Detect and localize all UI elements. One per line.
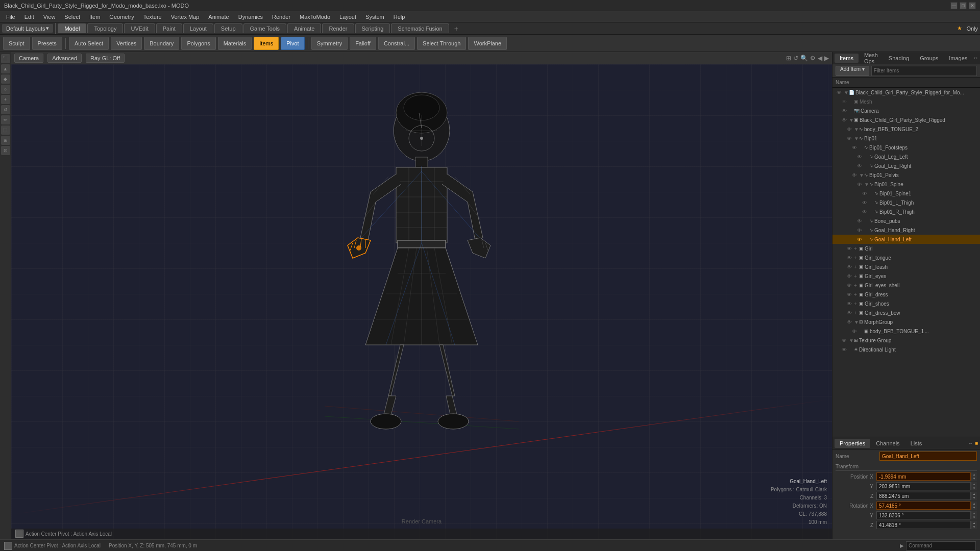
sidebar-icon-6[interactable]: ↺ (1, 105, 10, 114)
sidebar-icon-2[interactable]: ▲ (1, 64, 10, 73)
maximize-button[interactable]: □ (960, 2, 967, 9)
vp-icon-6[interactable]: ▶ (824, 55, 829, 62)
select-through-button[interactable]: Select Through (417, 37, 466, 50)
rot-y-spinner[interactable]: ▲ ▼ (971, 511, 977, 519)
tree-item-bone-pubs[interactable]: 👁 ∿ Bone_pubs (832, 216, 980, 226)
tree-item-pelvis[interactable]: 👁 ▼ ∿ Bip01_Pelvis (832, 170, 980, 180)
tree-item-body-bfb[interactable]: 👁 ▼ ∿ body_BFB_TONGUE_2 (832, 124, 980, 134)
tree-item-rigged[interactable]: 👁 ▼ ▣ Black_Child_Girl_Party_Style_Rigge… (832, 115, 980, 124)
rot-z-input[interactable]: 41.4818 ° (876, 521, 971, 529)
items-list[interactable]: 👁 ▼ 📄 Black_Child_Girl_Party_Style_Rigge… (832, 88, 980, 437)
menu-layout[interactable]: Layout (335, 13, 360, 21)
tab-uvedit[interactable]: UVEdit (124, 23, 155, 33)
vertices-button[interactable]: Vertices (111, 37, 142, 50)
tab-animate[interactable]: Animate (287, 23, 321, 33)
pivot-button[interactable]: Pivot (281, 37, 304, 50)
prop-tab-lists[interactable]: Lists (905, 439, 927, 448)
tree-item-goal-leg-left[interactable]: 👁 ∿ Goal_Leg_Left (832, 152, 980, 161)
sidebar-icon-7[interactable]: ✏ (1, 115, 10, 124)
tree-item-root[interactable]: 👁 ▼ 📄 Black_Child_Girl_Party_Style_Rigge… (832, 88, 980, 97)
menu-animate[interactable]: Animate (204, 13, 233, 21)
tree-item-girl-eyes[interactable]: 👁 + ▣ Girl_eyes (832, 271, 980, 281)
ray-gl-btn[interactable]: Ray GL: Off (86, 54, 125, 63)
falloff-button[interactable]: Falloff (350, 37, 376, 50)
rot-y-spin-down[interactable]: ▼ (971, 515, 977, 519)
pos-z-input[interactable]: 888.2475 um (876, 492, 971, 500)
tab-setup[interactable]: Setup (214, 23, 242, 33)
tree-item-spine1[interactable]: 👁 ∿ Bip01_Spine1 (832, 189, 980, 198)
tree-item-goal-leg-right[interactable]: 👁 ∿ Goal_Leg_Right (832, 161, 980, 170)
vp-icon-2[interactable]: ↺ (793, 55, 798, 62)
items-button[interactable]: Items (254, 37, 279, 50)
pos-z-spin-up[interactable]: ▲ (971, 492, 977, 496)
command-input[interactable] (906, 541, 976, 550)
pos-y-spinner[interactable]: ▲ ▼ (971, 482, 977, 490)
rot-z-spinner[interactable]: ▲ ▼ (971, 521, 977, 529)
tree-item-camera[interactable]: 👁 📷 Camera (832, 106, 980, 115)
tab-topology[interactable]: Topology (87, 23, 123, 33)
rot-x-spinner[interactable]: ▲ ▼ (971, 502, 977, 510)
sidebar-icon-10[interactable]: ⊡ (1, 146, 10, 155)
sidebar-icon-1[interactable]: ⬛ (1, 54, 10, 63)
menu-render[interactable]: Render (268, 13, 295, 21)
pos-y-spin-up[interactable]: ▲ (971, 482, 977, 486)
panel-tab-shading[interactable]: Shading (884, 54, 914, 63)
tree-item-bip01-spine[interactable]: 👁 ▼ ∿ Bip01_Spine (832, 180, 980, 189)
name-field-value[interactable]: Goal_Hand_Left (879, 452, 977, 461)
materials-button[interactable]: Materials (218, 37, 252, 50)
pos-x-input[interactable]: -1.9394 mm (876, 472, 971, 481)
rot-z-spin-down[interactable]: ▼ (971, 525, 977, 529)
prop-expand-icon[interactable]: ↔ (968, 440, 973, 446)
filter-items-input[interactable] (871, 66, 977, 76)
menu-file[interactable]: File (2, 13, 19, 21)
tree-item-girl-dress[interactable]: 👁 + ▣ Girl_dress (832, 290, 980, 299)
rot-x-spin-down[interactable]: ▼ (971, 506, 977, 510)
menu-vertex-map[interactable]: Vertex Map (167, 13, 204, 21)
panel-expand-icon[interactable]: ↔ (973, 55, 978, 61)
vp-icon-4[interactable]: ⚙ (810, 55, 816, 62)
tree-item-girl-eyes-shell[interactable]: 👁 + ▣ Girl_eyes_shell (832, 281, 980, 290)
menu-geometry[interactable]: Geometry (105, 13, 138, 21)
symmetry-button[interactable]: Symmetry (311, 37, 348, 50)
menu-maxtomodo[interactable]: MaxToModo (296, 13, 334, 21)
auto-select-button[interactable]: Auto Select (69, 37, 109, 50)
tree-item-girl[interactable]: 👁 + ▣ Girl (832, 244, 980, 253)
menu-help[interactable]: Help (389, 13, 409, 21)
camera-btn[interactable]: Camera (14, 54, 43, 63)
rot-x-spin-up[interactable]: ▲ (971, 502, 977, 506)
prop-orange-icon[interactable]: ■ (975, 440, 978, 446)
pos-x-spin-down[interactable]: ▼ (971, 477, 977, 481)
constraints-button[interactable]: Constrai... (378, 37, 415, 50)
menu-item[interactable]: Item (85, 13, 104, 21)
add-item-button[interactable]: Add Item ▾ (836, 66, 869, 76)
tree-item-bip01[interactable]: 👁 ▼ ∿ Bip01 (832, 134, 980, 143)
menu-view[interactable]: View (39, 13, 60, 21)
panel-tab-items[interactable]: Items (835, 54, 859, 63)
pos-x-spinner[interactable]: ▲ ▼ (971, 472, 977, 481)
tree-item-goal-hand-left[interactable]: 👁 ∿ Goal_Hand_Left (832, 235, 980, 244)
menu-dynamics[interactable]: Dynamics (234, 13, 267, 21)
add-tab-button[interactable]: + (450, 23, 462, 34)
tree-item-girl-leash[interactable]: 👁 + ▣ Girl_leash (832, 262, 980, 271)
menu-select[interactable]: Select (60, 13, 84, 21)
rot-y-input[interactable]: 132.8306 ° (876, 511, 971, 519)
minimize-button[interactable]: — (950, 2, 958, 9)
tree-item-l-thigh[interactable]: 👁 ∿ Bip01_L_Thigh (832, 198, 980, 207)
rot-z-spin-up[interactable]: ▲ (971, 521, 977, 525)
tree-item-r-thigh[interactable]: 👁 ∿ Bip01_R_Thigh (832, 207, 980, 216)
prop-tab-properties[interactable]: Properties (835, 439, 870, 448)
tree-item-directional-light[interactable]: 👁 ☀ Directional Light (832, 345, 980, 354)
panel-tab-mesh-ops[interactable]: Mesh Ops (859, 51, 883, 66)
sculpt-button[interactable]: Sculpt (3, 37, 30, 50)
menu-texture[interactable]: Texture (139, 13, 166, 21)
tab-scripting[interactable]: Scripting (355, 23, 390, 33)
tree-item-goal-hand-right[interactable]: 👁 ∿ Goal_Hand_Right (832, 226, 980, 235)
menu-system[interactable]: System (361, 13, 388, 21)
sidebar-icon-9[interactable]: ⊞ (1, 136, 10, 145)
pos-y-spin-down[interactable]: ▼ (971, 486, 977, 490)
tab-game-tools[interactable]: Game Tools (243, 23, 287, 33)
tree-item-girl-shoes[interactable]: 👁 + ▣ Girl_shoes (832, 299, 980, 308)
vp-icon-5[interactable]: ◀ (818, 55, 822, 62)
advanced-btn[interactable]: Advanced (47, 54, 82, 63)
polygons-button[interactable]: Polygons (181, 37, 215, 50)
